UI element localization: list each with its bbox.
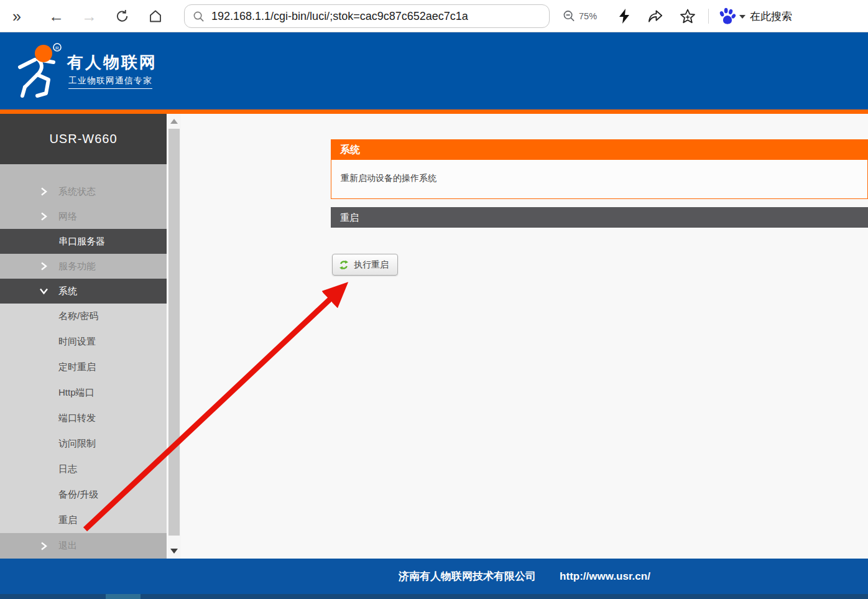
brand-tagline: 工业物联网通信专家: [68, 75, 152, 89]
section-header-system: 系统: [331, 139, 868, 160]
star-icon: [680, 8, 696, 24]
company-name: 济南有人物联网技术有限公司: [399, 569, 536, 583]
search-icon: [193, 11, 205, 22]
baidu-paw-icon: [718, 7, 737, 26]
horizontal-scrollbar[interactable]: [0, 594, 868, 599]
reload-button[interactable]: [115, 9, 129, 23]
svg-text:R: R: [55, 45, 59, 51]
sidebar-item-access-restriction[interactable]: 访问限制: [0, 431, 167, 457]
website-link[interactable]: http://www.usr.cn/: [560, 570, 650, 583]
browser-toolbar: » ← → 192.168.1.1/cgi-bin/luci/;stok=cac…: [0, 0, 868, 32]
sidebar-item-serial-server[interactable]: 串口服务器: [0, 229, 167, 254]
device-title: USR-W660: [0, 114, 167, 164]
toolbar-divider: [708, 9, 709, 24]
sidebar-item-reboot[interactable]: 重启: [0, 508, 167, 533]
zoom-level-label: 75%: [579, 11, 597, 21]
home-button[interactable]: [148, 9, 163, 24]
execute-reboot-button[interactable]: 执行重启: [332, 254, 398, 276]
sidebar-item-exit[interactable]: 退出: [0, 533, 167, 559]
brand-title: 有人物联网: [67, 52, 157, 73]
chevron-right-icon: [40, 187, 47, 197]
baidu-caret-icon: [739, 15, 746, 19]
sidebar-item-backup-upgrade[interactable]: 备份/升级: [0, 482, 167, 508]
share-icon: [647, 8, 664, 24]
url-text: 192.168.1.1/cgi-bin/luci/;stok=cac9c87c6…: [211, 10, 468, 23]
page-footer: 济南有人物联网技术有限公司 http://www.usr.cn/: [0, 559, 868, 594]
refresh-icon: [339, 260, 349, 270]
sidebar-item-port-forwarding[interactable]: 端口转发: [0, 406, 167, 431]
sidebar-item-network[interactable]: 网络: [0, 204, 167, 229]
reload-icon: [115, 9, 129, 23]
sidebar-item-log[interactable]: 日志: [0, 457, 167, 482]
section-description: 重新启动设备的操作系统: [331, 160, 868, 199]
baidu-search-button[interactable]: [718, 7, 737, 26]
subsection-header-reboot: 重启: [331, 207, 868, 228]
chevron-right-icon: [40, 262, 47, 271]
share-button[interactable]: [647, 8, 664, 24]
zoom-out-icon: [563, 9, 576, 22]
sidebar-item-scheduled-reboot[interactable]: 定时重启: [0, 355, 167, 380]
more-tools-icon[interactable]: »: [12, 8, 21, 24]
address-bar[interactable]: 192.168.1.1/cgi-bin/luci/;stok=cac9c87c6…: [184, 4, 550, 28]
chevron-right-icon: [40, 212, 47, 221]
chevron-down-icon: [39, 288, 48, 295]
zoom-out-button[interactable]: [563, 9, 576, 22]
scroll-down-icon[interactable]: [170, 549, 178, 554]
sidebar-item-http-port[interactable]: Http端口: [0, 380, 167, 406]
header-accent-strip: [0, 109, 868, 114]
forward-button[interactable]: →: [81, 8, 97, 24]
sidebar-item-name-password[interactable]: 名称/密码: [0, 304, 167, 329]
search-here-label[interactable]: 在此搜索: [750, 9, 792, 23]
back-button[interactable]: ←: [48, 8, 64, 24]
scrollbar-thumb[interactable]: [169, 129, 180, 536]
system-submenu: 名称/密码 时间设置 定时重启 Http端口 端口转发 访问限制 日志 备份/升…: [0, 304, 167, 533]
chevron-right-icon: [40, 541, 47, 550]
sidebar-item-system-status[interactable]: 系统状态: [0, 179, 167, 204]
sidebar-item-time-settings[interactable]: 时间设置: [0, 329, 167, 355]
usr-logo-icon: R: [10, 41, 67, 103]
sidebar-item-system[interactable]: 系统: [0, 279, 167, 304]
sidebar-scrollbar[interactable]: [167, 114, 181, 559]
site-header: R 有人物联网 工业物联网通信专家: [0, 32, 868, 109]
scroll-up-icon[interactable]: [170, 119, 178, 124]
reboot-button-label: 执行重启: [354, 259, 389, 271]
sidebar-nav: USR-W660 系统状态 网络 串口服务器 服务功能 系统 名称/密码 时间设…: [0, 114, 167, 559]
performance-button[interactable]: [617, 8, 631, 24]
lightning-icon: [617, 8, 631, 24]
favorites-button[interactable]: [680, 8, 696, 24]
sidebar-item-services[interactable]: 服务功能: [0, 254, 167, 279]
home-icon: [148, 9, 163, 24]
horizontal-scrollbar-thumb[interactable]: [106, 594, 141, 599]
